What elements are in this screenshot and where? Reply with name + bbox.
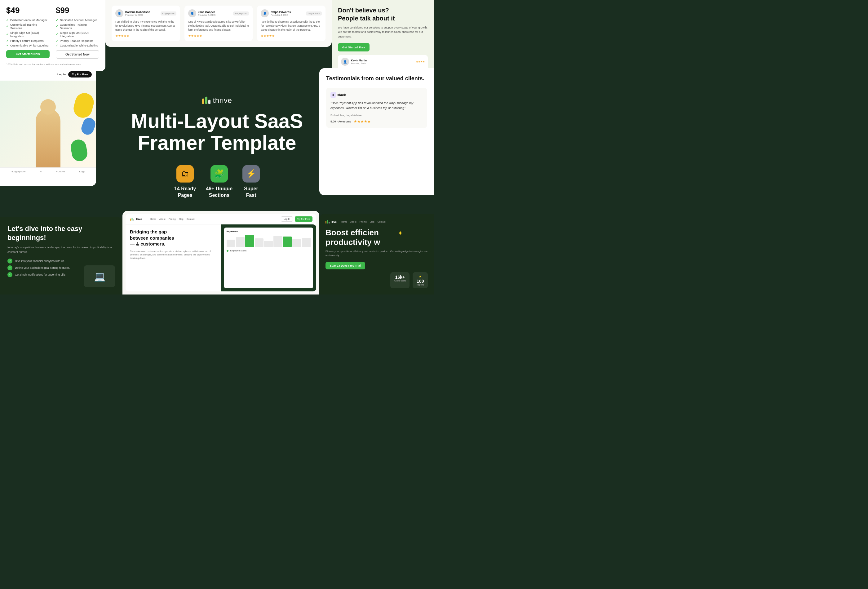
feature-item: Single Sign-On (SSO) Integration xyxy=(6,30,50,38)
stat-num-1: 16k+ xyxy=(394,275,406,280)
bc-nav: Hive Home About Pricing Blog Contact Log… xyxy=(125,214,316,224)
feature-item: Priority Feature Requests xyxy=(6,38,50,43)
bc-right-dashboard: Expenses Employee Status xyxy=(221,224,316,291)
feature-item: Customized Training Sessions xyxy=(56,22,99,30)
stat-users: 16k+ Active users xyxy=(390,272,409,288)
feature-speed: ⚡ SuperFast xyxy=(242,165,260,199)
bc-brand-name: Hive xyxy=(136,218,142,221)
dbu-stars-1: ★★★★ xyxy=(416,61,425,63)
bottom-right-card: ✦ Hive Home About Pricing Blog Contact B… xyxy=(319,214,434,294)
brr-headline: Boost efficienproductivity w xyxy=(326,228,428,247)
reviewer-role-1: Founder & CEO xyxy=(125,14,151,16)
bottom-left-card: Let's dive into the easy beginnings! In … xyxy=(0,217,123,294)
laptop-icon: 💻 xyxy=(84,265,115,287)
dbu-desc: We have considered our solutions to supp… xyxy=(338,25,428,39)
report-star: ★ xyxy=(416,275,424,278)
bc-nav-about: About xyxy=(159,218,165,220)
logo-badge-1: Logoipsum xyxy=(161,12,176,16)
hero-nav: Log In Try For Free xyxy=(0,68,96,81)
brr-nav: Hive Home About Pricing Blog Contact xyxy=(326,220,428,223)
hero-try-btn[interactable]: Try For Free xyxy=(68,71,92,78)
bc-nav-home: Home xyxy=(150,218,156,220)
stars-3: ★★★★★ xyxy=(261,34,322,37)
bc-bars xyxy=(227,235,311,247)
brand-name: thrive xyxy=(213,96,232,105)
bc-nav-contact: Contact xyxy=(187,218,195,220)
testimonial-1: 👤 Darlene Robertson Founder & CEO Logoip… xyxy=(112,6,180,41)
bc-status: Employee Status xyxy=(227,249,311,252)
status-label: Employee Status xyxy=(230,249,247,252)
brr-cta-btn[interactable]: Start 14 Days Free Trial xyxy=(326,262,365,269)
get-started-free-btn[interactable]: Get Started Free xyxy=(338,43,369,52)
feature-item: Single Sign-On (SSO) Integration xyxy=(56,30,99,38)
avatar-1: 👤 xyxy=(115,9,123,17)
slack-brand: # slack xyxy=(331,92,346,97)
feature-item: Customizable White-Labeling xyxy=(56,43,99,48)
testimonial-3: 👤 Ralph Edwards Founder & CEO Logoipsum … xyxy=(257,6,326,41)
bl-desc: In today's competitive business landscap… xyxy=(7,245,115,254)
bc-try-btn[interactable]: Try For Free xyxy=(295,216,313,221)
stat-label-2: Reports xyxy=(416,283,424,286)
bc-dashboard: Expenses Employee Status xyxy=(224,227,313,288)
bc-left-content: Bridging the gapbetween companies— & cus… xyxy=(125,224,221,291)
stat-label-1: Active users xyxy=(394,280,406,282)
bc-login-btn[interactable]: Log In xyxy=(281,216,293,221)
bc-brand: Hive xyxy=(129,217,142,221)
reviewer-name-1: Darlene Robertson xyxy=(125,10,151,14)
testimonial-text-2: One of Hive's standout features is its p… xyxy=(188,20,249,32)
bl-feature-1: ✓ Dive into your financial analytics wit… xyxy=(7,258,115,264)
bl-headline: Let's dive into the easy beginnings! xyxy=(7,224,115,242)
brr-brand-name: Hive xyxy=(331,220,337,223)
stars-1: ★★★★★ xyxy=(115,34,176,37)
hero-image-area xyxy=(0,81,96,167)
bar-3 xyxy=(208,100,211,104)
plan2-price: $99 xyxy=(56,6,99,15)
get-started-btn-1[interactable]: Get Started Now xyxy=(6,50,50,58)
plan-pro: $99 Dedicated Account Manager Customized… xyxy=(56,6,99,59)
bc-nav-links: Home About Pricing Blog Contact xyxy=(150,218,194,220)
pages-label: 14 ReadyPages xyxy=(174,186,196,199)
bc-nav-pricing: Pricing xyxy=(169,218,176,220)
slack-name: slack xyxy=(337,93,346,97)
bar-1 xyxy=(202,99,204,104)
safe-text: 100% Safe and secure transactions with o… xyxy=(6,63,99,66)
sections-icon: 🧩 xyxy=(211,165,228,183)
brand-logo: thrive xyxy=(127,96,307,105)
plan1-features: Dedicated Account Manager Customized Tra… xyxy=(6,18,50,48)
rt-rating-label: 5.00 - Awesome xyxy=(331,120,351,123)
pricing-plans-row: $49 Dedicated Account Manager Customized… xyxy=(6,6,99,59)
logo-badge-3: Logoipsum xyxy=(306,12,322,16)
reviewer-name-3: Ralph Edwards xyxy=(271,10,291,14)
hero-login-link[interactable]: Log In xyxy=(58,73,66,76)
headline-line1: Multi-Layout SaaS xyxy=(131,110,303,132)
testimonial-grid: 👤 Darlene Robertson Founder & CEO Logoip… xyxy=(112,6,326,41)
main-headline: Multi-Layout SaaS Framer Template xyxy=(127,110,307,154)
avatar-2: 👤 xyxy=(188,9,196,17)
feature-item: Customized Training Sessions xyxy=(6,22,50,30)
brr-brand: Hive xyxy=(326,220,337,223)
logo-1: / Logoipsum xyxy=(11,170,26,173)
feature-item: Customizable White-Labeling xyxy=(6,43,50,48)
bl-check-1: ✓ xyxy=(7,258,12,264)
dbu-avatar-1: 👤 xyxy=(341,58,349,66)
logo-4: Logo xyxy=(79,170,86,173)
rt-headline: Testimonials from our valued clients. xyxy=(326,75,427,82)
feature-item: Priority Feature Requests xyxy=(56,38,99,43)
testimonial-text-1: I am thrilled to share my experience wit… xyxy=(115,20,176,32)
brr-nav-links: Home About Pricing Blog Contact xyxy=(341,220,385,223)
feature-item: Dedicated Account Manager xyxy=(56,18,99,22)
bc-dash-title: Expenses xyxy=(227,230,311,233)
plan1-price: $49 xyxy=(6,6,50,15)
slack-icon: # xyxy=(331,92,336,97)
testimonial-text-3: I am thrilled to share my experience wit… xyxy=(261,20,322,32)
rt-author: Robert Fox, Legal Adviser xyxy=(331,114,423,117)
brr-stats: 16k+ Active users ★ 100 Reports xyxy=(390,272,428,288)
logo-badge-2: Logoipsum xyxy=(233,12,249,16)
hero-card: Log In Try For Free / Logoipsum N ROMAN … xyxy=(0,68,96,186)
rt-quote-text: "Hive Payment App has revolutionized the… xyxy=(331,101,423,111)
get-started-btn-2[interactable]: Get Started Now xyxy=(56,50,99,59)
bc-brand-bars xyxy=(130,218,134,221)
bl-check-2: ✓ xyxy=(7,265,12,270)
bc-headline: Bridging the gapbetween companies— & cus… xyxy=(130,229,217,247)
brr-blog: Blog xyxy=(370,220,375,223)
